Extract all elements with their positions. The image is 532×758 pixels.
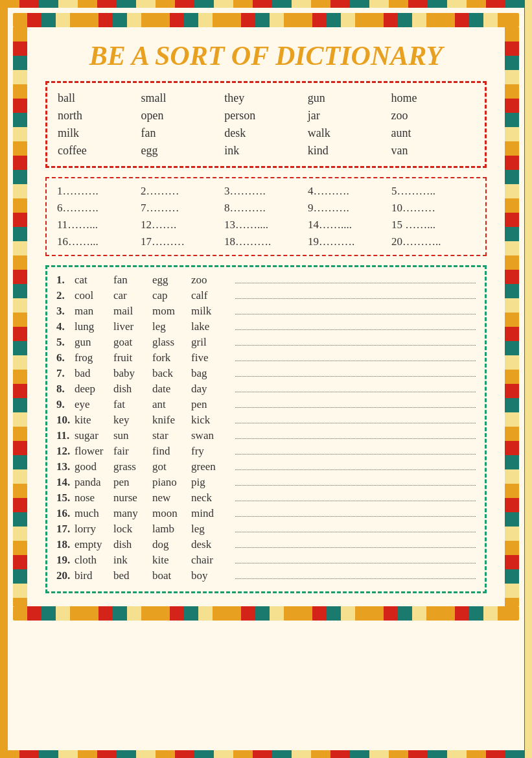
word-group-word: eye: [75, 398, 107, 411]
word-group-words: goodgrassgotgreen: [75, 460, 230, 473]
word-group-word: dish: [113, 538, 146, 551]
number-cell: 8……….: [224, 202, 308, 215]
number-cell: 2………: [141, 185, 224, 198]
word-group-word: bad: [75, 367, 107, 380]
number-cell: 12…….: [141, 219, 224, 231]
word-bank-cell: gun: [308, 91, 391, 106]
answer-line: [235, 314, 476, 314]
word-group-number: 3.: [56, 305, 75, 318]
word-group-row: 18.emptydishdogdesk: [56, 538, 476, 551]
word-bank-cell: van: [391, 143, 474, 158]
content-area: BE A SORT OF DICTIONARY ballsmalltheygun…: [32, 27, 500, 606]
word-bank-cell: person: [224, 108, 308, 123]
word-group-row: 10.kitekeyknifekick: [56, 414, 476, 427]
word-group-word: leg: [191, 523, 224, 536]
answer-line: [235, 392, 476, 392]
answer-line: [235, 516, 476, 517]
word-group-word: flower: [75, 445, 107, 458]
word-group-row: 8.deepdishdateday: [56, 383, 476, 396]
word-group-word: glass: [152, 336, 185, 349]
answer-line: [235, 329, 476, 330]
number-cell: 4……….: [308, 185, 391, 198]
word-bank-cell: aunt: [391, 126, 474, 141]
word-group-word: gril: [191, 336, 224, 349]
word-group-number: 2.: [56, 289, 75, 302]
word-group-words: lorrylocklambleg: [75, 523, 230, 536]
word-group-word: knife: [152, 414, 185, 427]
word-bank-cell: they: [224, 91, 308, 106]
word-group-words: frogfruitforkfive: [75, 351, 230, 364]
answer-line: [235, 563, 476, 563]
number-cell: 20………..: [391, 235, 475, 248]
word-group-row: 13.goodgrassgotgreen: [56, 460, 476, 473]
answer-line: [235, 361, 476, 361]
word-group-word: green: [191, 460, 224, 473]
word-group-number: 18.: [56, 538, 75, 551]
number-grid: 1……….2………3……….4……….5………..6……….7………8……….9…: [57, 185, 475, 248]
word-bank-cell: north: [58, 108, 141, 123]
word-group-word: kick: [191, 414, 224, 427]
word-group-row: 19.clothinkkitechair: [56, 554, 476, 567]
number-cell: 15 ……...: [391, 219, 475, 231]
word-group-number: 10.: [56, 414, 75, 427]
word-group-number: 5.: [56, 336, 75, 349]
word-bank-cell: milk: [58, 126, 141, 141]
word-group-words: pandapenpianopig: [75, 476, 230, 489]
word-group-word: cat: [75, 274, 107, 287]
word-group-word: neck: [191, 492, 224, 504]
word-group-number: 15.: [56, 492, 75, 504]
word-bank-cell: walk: [308, 126, 391, 141]
number-section: 1……….2………3……….4……….5………..6……….7………8……….9…: [45, 177, 487, 256]
number-cell: 13……....: [224, 219, 308, 231]
word-group-row: 15.nosenursenewneck: [56, 492, 476, 504]
word-group-words: clothinkkitechair: [75, 554, 230, 567]
number-cell: 17………: [141, 235, 224, 248]
word-group-row: 5.gungoatglassgril: [56, 336, 476, 349]
right-side-strip: [505, 27, 519, 606]
word-group-row: 14.pandapenpianopig: [56, 476, 476, 489]
word-bank-cell: open: [141, 108, 225, 123]
word-group-row: 12.flowerfairfindfry: [56, 445, 476, 458]
answer-line: [235, 283, 476, 283]
answer-line: [235, 578, 476, 579]
answer-line: [235, 407, 476, 408]
word-group-number: 6.: [56, 351, 75, 364]
answer-line: [235, 547, 476, 548]
word-group-number: 16.: [56, 507, 75, 520]
word-group-words: gungoatglassgril: [75, 336, 230, 349]
bottom-border-strip: [13, 606, 519, 621]
word-group-row: 20.birdbedboatboy: [56, 569, 476, 582]
word-group-number: 14.: [56, 476, 75, 489]
word-group-word: frog: [75, 351, 107, 364]
word-group-word: pen: [113, 476, 146, 489]
word-group-word: fan: [113, 274, 146, 287]
word-group-words: sugarsunstarswan: [75, 429, 230, 442]
word-group-row: 3.manmailmommilk: [56, 305, 476, 318]
word-group-words: badbabybackbag: [75, 367, 230, 380]
word-group-word: swan: [191, 429, 224, 442]
answer-line: [235, 423, 476, 423]
word-group-row: 17.lorrylocklambleg: [56, 523, 476, 536]
word-group-word: cool: [75, 289, 107, 302]
word-group-word: lorry: [75, 523, 107, 536]
word-bank: ballsmalltheygunhomenorthopenpersonjarzo…: [45, 81, 487, 168]
word-group-words: deepdishdateday: [75, 383, 230, 396]
word-group-word: baby: [113, 367, 146, 380]
word-group-word: mail: [113, 305, 146, 318]
answer-line: [235, 501, 476, 501]
word-bank-cell: kind: [308, 143, 391, 158]
word-group-word: calf: [191, 289, 224, 302]
word-group-word: gun: [75, 336, 107, 349]
word-group-word: boy: [191, 569, 224, 582]
word-group-words: emptydishdogdesk: [75, 538, 230, 551]
word-group-word: lock: [113, 523, 146, 536]
word-group-word: key: [113, 414, 146, 427]
number-cell: 19……….: [308, 235, 391, 248]
word-group-word: mind: [191, 507, 224, 520]
number-cell: 7………: [141, 202, 224, 215]
word-group-number: 9.: [56, 398, 75, 411]
word-group-word: bed: [113, 569, 146, 582]
word-bank-cell: small: [141, 91, 225, 106]
word-group-number: 1.: [56, 274, 75, 287]
word-group-word: new: [152, 492, 185, 504]
